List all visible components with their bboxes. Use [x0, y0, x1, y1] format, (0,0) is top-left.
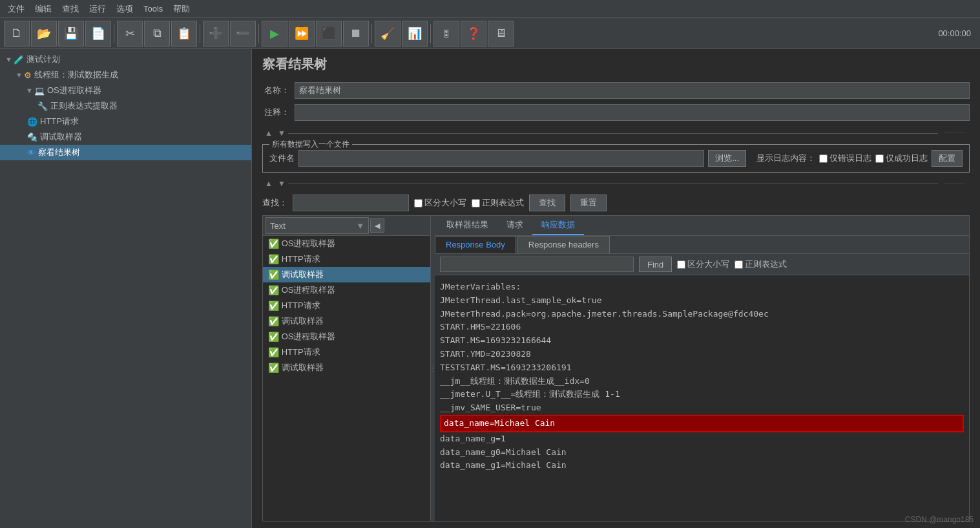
list-items: ✅ OS进程取样器 ✅ HTTP请求 ✅ 调试取样器 ✅ OS进程取样器 [263, 236, 430, 521]
tabs-row: 取样器结果 请求 响应数据 [435, 216, 969, 236]
start-button[interactable]: ▶ [262, 21, 287, 47]
arrow-down2[interactable]: ▼ [275, 179, 288, 188]
regex-check[interactable] [472, 199, 480, 207]
tab-sampler-result[interactable]: 取样器结果 [437, 216, 497, 235]
start-nopause-button[interactable]: ⏩ [289, 21, 315, 47]
divider-line1 [288, 133, 938, 134]
reset-button[interactable]: 重置 [570, 195, 607, 211]
open-button[interactable]: 📂 [31, 21, 57, 47]
menu-options[interactable]: 选项 [111, 2, 138, 16]
tree-label-plan: 测试计划 [26, 54, 60, 65]
shield-icon-4: ✅ [268, 301, 279, 311]
help-button[interactable]: ❓ [461, 21, 486, 47]
plan-icon: 🧪 [14, 55, 24, 65]
case-check[interactable] [414, 199, 422, 207]
scroll-up-btn[interactable]: ◀ [370, 218, 384, 233]
list-item-8[interactable]: ✅ 调试取样器 [263, 360, 430, 375]
menu-edit[interactable]: 编辑 [30, 2, 57, 16]
menu-tools[interactable]: Tools [138, 3, 168, 15]
file-section-title: 所有数据写入一个文件 [269, 139, 352, 150]
find-button[interactable]: 查找 [529, 195, 565, 211]
tree-item-thread[interactable]: ▼ ⚙ 线程组：测试数据生成 [0, 67, 251, 83]
arrow-down1[interactable]: ▼ [275, 129, 288, 138]
add-button[interactable]: ➕ [203, 21, 229, 47]
tree-item-plan[interactable]: ▼ 🧪 测试计划 [0, 52, 251, 67]
new-button[interactable]: 🗋 [4, 21, 30, 47]
paste-button[interactable]: 📋 [171, 21, 197, 47]
tree-item-view[interactable]: 👁 察看结果树 [0, 145, 251, 160]
summary-button[interactable]: 📊 [402, 21, 428, 47]
menu-find[interactable]: 查找 [57, 2, 84, 16]
menu-help[interactable]: 帮助 [168, 2, 195, 16]
cut-button[interactable]: ✂ [117, 21, 143, 47]
config-button[interactable]: 配置 [932, 150, 963, 167]
search-input[interactable] [293, 195, 409, 211]
divider1: ▲ ▼ ⋯⋯⋯ [262, 129, 970, 138]
tree-item-http[interactable]: 🌐 HTTP请求 [0, 114, 251, 129]
shield-icon-0: ✅ [268, 238, 279, 249]
content-area: JMeterVariables:JMeterThread.last_sample… [435, 275, 969, 521]
content-line-5: START.YMD=20230828 [440, 348, 964, 361]
log-content-label: 显示日志内容： [756, 153, 815, 164]
list-item-6[interactable]: ✅ OS进程取样器 [263, 329, 430, 344]
success-only-checkbox[interactable]: 仅成功日志 [875, 153, 928, 164]
content-line-13: data_name_g1=Michael Cain [440, 459, 964, 472]
find-btn[interactable]: Find [639, 257, 672, 272]
content-line-6: TESTSTART.MS=1693233206191 [440, 361, 964, 375]
comment-input[interactable] [295, 104, 970, 121]
shield-icon-6: ✅ [268, 332, 279, 342]
tab-request[interactable]: 请求 [497, 216, 532, 235]
list-item-4[interactable]: ✅ HTTP请求 [263, 298, 430, 313]
tab-response-data[interactable]: 响应数据 [532, 216, 584, 235]
content-line-12: data_name_g0=Michael Cain [440, 446, 964, 459]
list-item-1[interactable]: ✅ HTTP请求 [263, 251, 430, 267]
remote-button[interactable]: 🖥 [488, 21, 514, 47]
menu-file[interactable]: 文件 [3, 2, 30, 16]
find-regex-checkbox[interactable]: 正则表达式 [735, 259, 787, 270]
tree-item-regex[interactable]: 🔧 正则表达式提取器 [0, 98, 251, 114]
error-only-check[interactable] [819, 154, 828, 163]
case-checkbox[interactable]: 区分大小写 [414, 197, 466, 209]
save-button[interactable]: 💾 [58, 21, 84, 47]
regex-checkbox[interactable]: 正则表达式 [472, 197, 524, 209]
file-section: 所有数据写入一个文件 文件名 浏览... 显示日志内容： 仅错误日志 仅成功日志… [262, 144, 970, 173]
find-regex-check[interactable] [735, 260, 743, 269]
copy-button[interactable]: ⧉ [144, 21, 170, 47]
stop-button[interactable]: ⬛ [316, 21, 342, 47]
sub-tab-headers[interactable]: Response headers [517, 236, 610, 253]
list-item-7[interactable]: ✅ HTTP请求 [263, 344, 430, 360]
success-only-check[interactable] [875, 154, 884, 163]
sub-tab-body[interactable]: Response Body [435, 236, 516, 253]
content-line-1: JMeterThread.last_sample_ok=true [440, 294, 964, 308]
list-label-8: 调试取样器 [282, 362, 324, 374]
tree-item-os[interactable]: ▼ 💻 OS进程取样器 [0, 83, 251, 98]
clear-button[interactable]: 🧹 [375, 21, 401, 47]
arrow-up2[interactable]: ▲ [262, 179, 275, 188]
file-input[interactable] [298, 150, 704, 167]
watermark: CSDN @mango185 [905, 515, 974, 524]
list-toolbar: Text ▼ ◀ [263, 216, 430, 236]
name-input[interactable] [295, 82, 970, 99]
menu-run[interactable]: 运行 [84, 2, 111, 16]
find-input[interactable] [440, 257, 634, 272]
list-item-3[interactable]: ✅ OS进程取样器 [263, 282, 430, 298]
browse-button[interactable]: 浏览... [708, 150, 746, 167]
split-panel: Text ▼ ◀ ✅ OS进程取样器 ✅ HTTP请求 ✅ [262, 215, 970, 522]
remove-button[interactable]: ➖ [230, 21, 256, 47]
saveas-button[interactable]: 📄 [85, 21, 111, 47]
list-item-5[interactable]: ✅ 调试取样器 [263, 313, 430, 329]
find-case-check[interactable] [677, 260, 685, 269]
case-label: 区分大小写 [424, 197, 466, 209]
list-item-0[interactable]: ✅ OS进程取样器 [263, 236, 430, 251]
shield-icon-7: ✅ [268, 347, 279, 357]
content-line-10: data_name=Michael Cain [440, 415, 964, 432]
text-dropdown[interactable]: Text ▼ [266, 217, 369, 234]
tree-item-debug[interactable]: 🔩 调试取样器 [0, 129, 251, 145]
configure-button[interactable]: 🎛 [433, 21, 459, 47]
shutdown-button[interactable]: ⏹ [343, 21, 369, 47]
find-case-checkbox[interactable]: 区分大小写 [677, 259, 729, 270]
list-item-2[interactable]: ✅ 调试取样器 [263, 267, 430, 282]
tree-label-view: 察看结果树 [38, 147, 80, 158]
error-only-checkbox[interactable]: 仅错误日志 [819, 153, 871, 164]
arrow-up1[interactable]: ▲ [262, 129, 275, 138]
